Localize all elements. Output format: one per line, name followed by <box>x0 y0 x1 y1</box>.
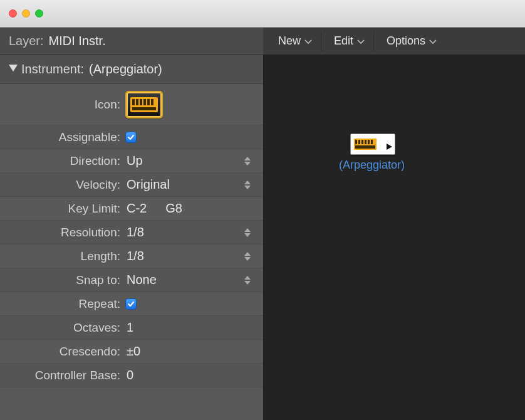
environment-canvas-panel: New Edit Options <box>263 28 525 420</box>
crescendo-label: Crescendo: <box>0 345 125 359</box>
svg-marker-11 <box>244 181 251 184</box>
svg-marker-16 <box>244 257 251 261</box>
svg-rect-20 <box>355 140 357 144</box>
svg-rect-7 <box>151 99 153 105</box>
key-limit-row: Key Limit: C-2 G8 <box>0 197 263 221</box>
controller-base-value-field[interactable]: 0 <box>125 364 263 387</box>
octaves-row: Octaves: 1 <box>0 316 263 340</box>
stepper-icon[interactable] <box>244 155 252 167</box>
layer-value: MIDI Instr. <box>49 34 106 48</box>
stepper-icon[interactable] <box>244 274 252 286</box>
snap-to-value-field[interactable]: None <box>125 268 263 291</box>
resolution-value-field[interactable]: 1/8 <box>125 221 263 244</box>
key-limit-label: Key Limit: <box>0 202 125 216</box>
canvas-toolbar: New Edit Options <box>263 28 525 55</box>
svg-rect-8 <box>132 107 156 110</box>
svg-marker-9 <box>244 157 251 160</box>
snap-to-row: Snap to: None <box>0 268 263 292</box>
velocity-value-field[interactable]: Original <box>125 173 263 196</box>
icon-row: Icon: <box>0 84 263 125</box>
octaves-value-field[interactable]: 1 <box>125 316 263 339</box>
chevron-down-icon <box>304 34 312 48</box>
assignable-checkbox[interactable] <box>125 132 137 143</box>
arpeggiator-object-icon <box>350 134 395 155</box>
repeat-row: Repeat: <box>0 292 263 316</box>
velocity-label: Velocity: <box>0 178 125 192</box>
assignable-row: Assignable: <box>0 125 263 149</box>
layer-header[interactable]: Layer: MIDI Instr. <box>0 28 263 55</box>
direction-row: Direction: Up <box>0 149 263 173</box>
output-arrow-icon <box>387 141 393 147</box>
velocity-row: Velocity: Original <box>0 173 263 197</box>
chevron-down-icon <box>357 34 365 48</box>
arpeggiator-object[interactable]: (Arpeggiator) <box>348 134 398 172</box>
svg-rect-5 <box>143 99 146 105</box>
close-window-button[interactable] <box>9 9 17 18</box>
direction-label: Direction: <box>0 154 125 168</box>
keyboard-icon <box>354 139 377 150</box>
stepper-icon[interactable] <box>244 250 252 263</box>
svg-rect-25 <box>371 140 373 144</box>
chevron-down-icon <box>429 34 437 48</box>
disclosure-triangle-icon <box>9 62 18 76</box>
svg-marker-0 <box>9 65 18 71</box>
svg-rect-24 <box>368 140 370 144</box>
svg-rect-3 <box>136 99 138 105</box>
environment-canvas[interactable]: (Arpeggiator) <box>263 55 525 420</box>
octaves-label: Octaves: <box>0 321 125 335</box>
key-limit-low-field[interactable]: C-2 <box>125 201 147 216</box>
zoom-window-button[interactable] <box>35 9 43 18</box>
controller-base-label: Controller Base: <box>0 369 125 382</box>
svg-marker-13 <box>244 228 251 232</box>
instrument-section-header[interactable]: Instrument: (Arpeggiator) <box>0 55 263 84</box>
minimize-window-button[interactable] <box>22 9 30 18</box>
stepper-icon[interactable] <box>244 226 252 239</box>
length-row: Length: 1/8 <box>0 244 263 268</box>
controller-base-row: Controller Base: 0 <box>0 364 263 387</box>
svg-rect-4 <box>140 99 142 105</box>
svg-marker-10 <box>244 162 251 165</box>
layer-label: Layer: <box>9 34 44 48</box>
direction-value-field[interactable]: Up <box>125 149 263 172</box>
repeat-checkbox[interactable] <box>125 298 137 310</box>
inspector-panel: Layer: MIDI Instr. Instrument: (Arpeggia… <box>0 28 263 420</box>
svg-rect-26 <box>355 145 375 149</box>
crescendo-row: Crescendo: ±0 <box>0 340 263 364</box>
inspector-rows: Icon: Assignable: <box>0 84 263 387</box>
instrument-name: (Arpeggiator) <box>89 62 162 76</box>
options-menu-button[interactable]: Options <box>378 31 445 51</box>
resolution-row: Resolution: 1/8 <box>0 221 263 244</box>
repeat-label: Repeat: <box>0 297 125 311</box>
arpeggiator-object-label: (Arpeggiator) <box>339 159 398 172</box>
svg-marker-15 <box>244 252 251 256</box>
window-titlebar <box>0 0 525 28</box>
svg-marker-12 <box>244 186 251 189</box>
svg-rect-21 <box>358 140 360 144</box>
edit-menu-button[interactable]: Edit <box>325 31 374 51</box>
length-label: Length: <box>0 249 125 263</box>
svg-marker-14 <box>244 233 251 237</box>
instrument-icon-well[interactable] <box>125 91 163 118</box>
svg-rect-23 <box>365 140 366 144</box>
new-menu-button[interactable]: New <box>269 31 321 51</box>
svg-marker-17 <box>244 276 251 280</box>
stepper-icon[interactable] <box>244 179 252 191</box>
svg-rect-22 <box>361 140 363 144</box>
svg-marker-27 <box>387 144 392 150</box>
crescendo-value-field[interactable]: ±0 <box>125 340 263 363</box>
assignable-label: Assignable: <box>0 130 125 144</box>
svg-marker-18 <box>244 281 251 285</box>
key-limit-high-field[interactable]: G8 <box>164 201 182 216</box>
icon-label: Icon: <box>0 98 125 112</box>
length-value-field[interactable]: 1/8 <box>125 244 263 268</box>
instrument-label: Instrument: <box>21 62 84 76</box>
svg-rect-6 <box>147 99 150 105</box>
svg-rect-2 <box>132 99 135 105</box>
resolution-label: Resolution: <box>0 226 125 239</box>
snap-to-label: Snap to: <box>0 273 125 287</box>
